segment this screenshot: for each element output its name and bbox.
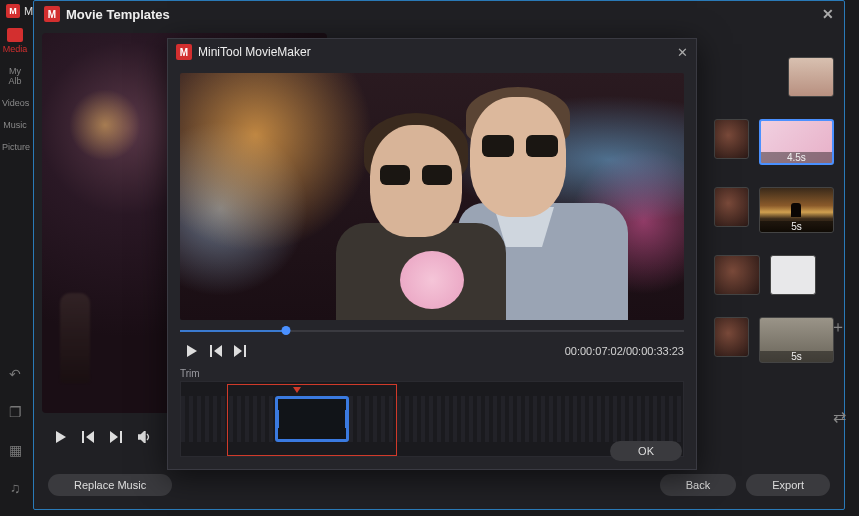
nav-label: Music <box>3 120 27 130</box>
prev-frame-button[interactable] <box>82 431 94 443</box>
nav-label: Picture <box>2 142 30 152</box>
nav-label: My Alb <box>8 66 21 86</box>
progress-knob[interactable] <box>281 326 290 335</box>
thumb-duration: 4.5s <box>761 152 832 163</box>
thumb-1[interactable] <box>714 119 749 159</box>
thumb-6[interactable] <box>770 255 816 295</box>
trim-handle-left[interactable] <box>275 410 279 428</box>
moviemaker-close-button[interactable]: ✕ <box>677 45 688 60</box>
shuffle-icon[interactable]: ⇄ <box>833 407 846 426</box>
thumb-0[interactable] <box>788 57 834 97</box>
nav-item-videos[interactable]: Videos <box>0 92 30 114</box>
thumb-4[interactable]: 5s <box>759 187 834 233</box>
play-button[interactable] <box>180 345 204 357</box>
nav-item-picture[interactable]: Picture <box>0 136 30 158</box>
moviemaker-titlebar: M MiniTool MovieMaker ✕ <box>168 39 696 65</box>
nav-item-music[interactable]: Music <box>0 114 30 136</box>
music-note-icon[interactable]: ♫ <box>10 480 21 496</box>
thumb-5[interactable] <box>714 255 760 295</box>
add-icon[interactable]: ＋ <box>830 317 846 338</box>
moviemaker-title: MiniTool MovieMaker <box>198 45 311 59</box>
back-button[interactable]: Back <box>660 474 736 496</box>
templates-close-button[interactable]: ✕ <box>822 6 834 22</box>
nav-label: Media <box>3 44 28 54</box>
grid-icon[interactable]: ▦ <box>9 442 22 458</box>
volume-button[interactable] <box>138 431 152 443</box>
thumb-duration: 5s <box>760 221 833 232</box>
next-frame-button[interactable] <box>110 431 122 443</box>
nav-item-media[interactable]: Media <box>0 22 30 60</box>
replace-music-button[interactable]: Replace Music <box>48 474 172 496</box>
templates-title: Movie Templates <box>66 7 170 22</box>
play-button[interactable] <box>56 431 66 443</box>
moviemaker-dialog: M MiniTool MovieMaker ✕ 00:00:07:02/00:0… <box>167 38 697 470</box>
app-logo-icon: M <box>6 4 20 18</box>
video-controls: 00:00:07:02/00:00:33:23 <box>180 340 684 362</box>
moviemaker-footer: OK <box>168 433 696 469</box>
templates-titlebar: M Movie Templates ✕ <box>34 1 844 27</box>
undo-icon[interactable]: ↶ <box>9 366 21 382</box>
nav-label: Videos <box>2 98 29 108</box>
next-frame-button[interactable] <box>228 345 252 357</box>
export-button[interactable]: Export <box>746 474 830 496</box>
templates-logo-icon: M <box>44 6 60 22</box>
nav-item-album[interactable]: My Alb <box>0 60 30 92</box>
moviemaker-logo-icon: M <box>176 44 192 60</box>
thumb-2[interactable]: 4.5s <box>759 119 834 165</box>
ok-button[interactable]: OK <box>610 441 682 461</box>
video-preview[interactable] <box>180 73 684 320</box>
thumb-8[interactable]: 5s <box>759 317 834 363</box>
trim-handle-right[interactable] <box>345 410 349 428</box>
template-thumbnails: 4.5s 5s 5s <box>714 57 834 401</box>
folder-icon <box>7 28 23 42</box>
time-current: 00:00:07:02 <box>565 345 623 357</box>
trim-playhead-icon[interactable] <box>293 387 301 393</box>
thumb-duration: 5s <box>760 351 833 362</box>
time-total: 00:00:33:23 <box>626 345 684 357</box>
left-ops: ↶ ❐ ▦ ♫ <box>0 366 30 516</box>
thumb-7[interactable] <box>714 317 749 357</box>
prev-frame-button[interactable] <box>204 345 228 357</box>
progress-bar[interactable] <box>180 324 684 338</box>
time-display: 00:00:07:02/00:00:33:23 <box>565 345 684 357</box>
layers-icon[interactable]: ❐ <box>9 404 22 420</box>
trim-label: Trim <box>180 368 684 379</box>
thumb-3[interactable] <box>714 187 749 227</box>
